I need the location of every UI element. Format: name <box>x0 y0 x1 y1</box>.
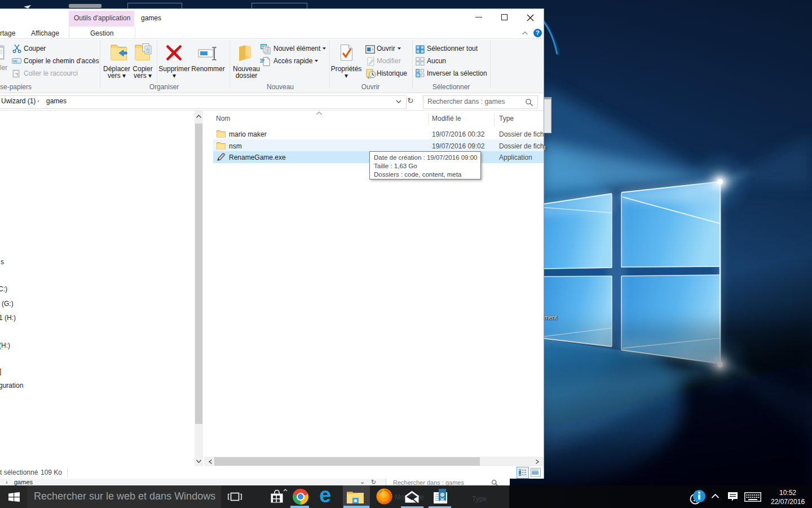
svg-text:W...: W... <box>13 59 21 64</box>
